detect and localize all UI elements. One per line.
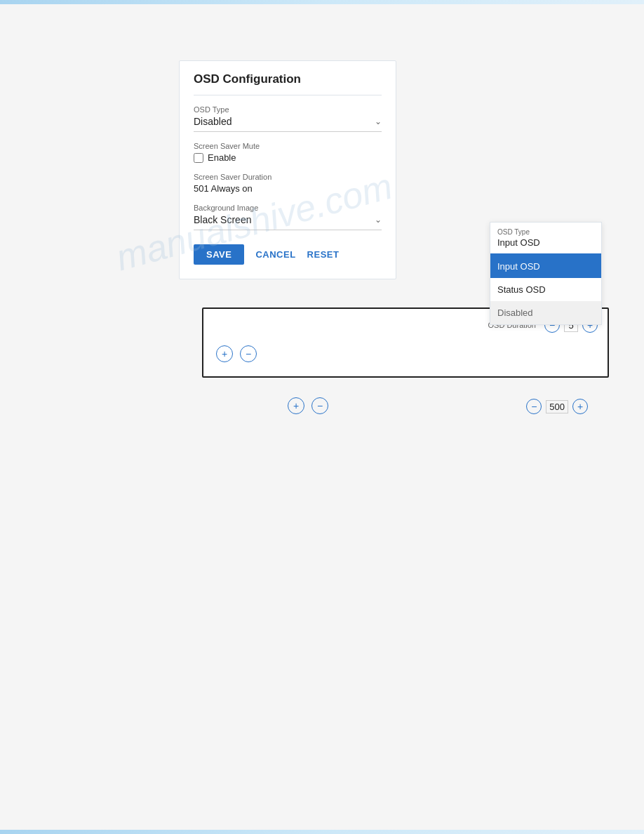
chevron-down-icon-bg: ⌄ xyxy=(375,215,382,225)
dropdown-item-disabled[interactable]: Disabled xyxy=(490,301,601,324)
bottom-decrement-button[interactable]: − xyxy=(526,399,542,414)
background-image-label: Background Image xyxy=(194,204,382,212)
background-image-field: Background Image Black Screen ⌄ xyxy=(194,204,382,230)
screen-saver-duration-value: 501 Always on xyxy=(194,183,382,194)
checkbox-row: Enable xyxy=(194,152,382,163)
bottom-zoom-out-icon[interactable]: − xyxy=(311,397,328,414)
enable-checkbox[interactable] xyxy=(194,153,203,163)
screen-saver-duration-label: Screen Saver Duration xyxy=(194,173,382,181)
bottom-increment-button[interactable]: + xyxy=(572,399,588,414)
reset-button[interactable]: RESET xyxy=(307,249,340,260)
osd-type-label: OSD Type xyxy=(194,105,382,114)
cancel-button[interactable]: CANCEL xyxy=(255,249,295,260)
save-button[interactable]: SAVE xyxy=(194,244,244,265)
background-image-select[interactable]: Black Screen ⌄ xyxy=(194,214,382,230)
screen-saver-mute-field: Screen Saver Mute Enable xyxy=(194,142,382,163)
zoom-out-icon[interactable]: − xyxy=(240,345,257,362)
background-image-value: Black Screen xyxy=(194,214,251,225)
osd-type-dropdown: OSD Type Input OSD Input OSD Status OSD … xyxy=(490,222,602,325)
zoom-in-icon[interactable]: + xyxy=(216,345,233,362)
divider xyxy=(194,95,382,95)
osd-type-value: Disabled xyxy=(194,116,232,127)
osd-type-select[interactable]: Disabled ⌄ xyxy=(194,116,382,132)
checkbox-label: Enable xyxy=(208,152,236,163)
screen-saver-duration-field: Screen Saver Duration 501 Always on xyxy=(194,173,382,194)
osd-type-field: OSD Type Disabled ⌄ xyxy=(194,105,382,132)
bottom-stepper-value: 500 xyxy=(546,400,568,413)
buttons-row: SAVE CANCEL RESET xyxy=(194,244,382,265)
dropdown-current-value: Input OSD xyxy=(490,237,601,255)
dropdown-item-status-osd[interactable]: Status OSD xyxy=(490,278,601,301)
screen-saver-mute-label: Screen Saver Mute xyxy=(194,142,382,150)
chevron-down-icon: ⌄ xyxy=(375,117,382,126)
osd-config-title: OSD Configuration xyxy=(194,72,382,86)
bottom-bar xyxy=(0,830,644,834)
dropdown-field-label: OSD Type xyxy=(490,223,601,237)
dropdown-item-input-osd[interactable]: Input OSD xyxy=(490,255,601,278)
bottom-stepper-row: + − − 500 + xyxy=(14,399,588,414)
osd-config-card: OSD Configuration OSD Type Disabled ⌄ Sc… xyxy=(179,60,396,279)
bottom-zoom-in-icon[interactable]: + xyxy=(288,397,304,414)
